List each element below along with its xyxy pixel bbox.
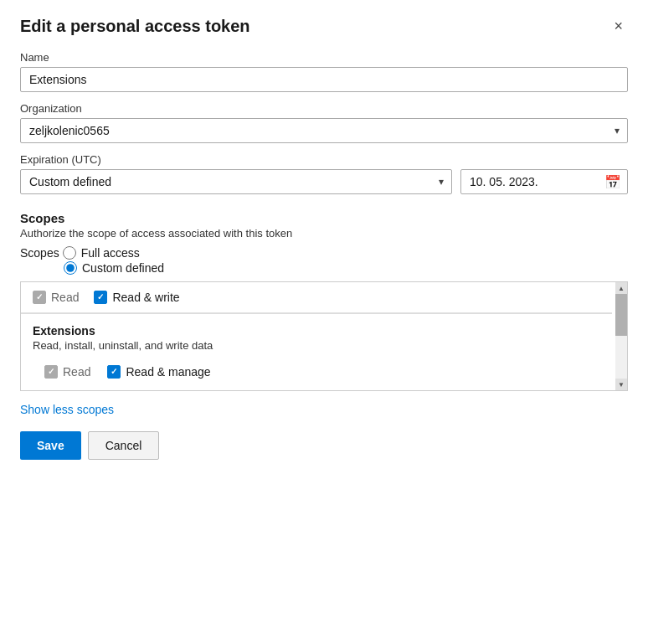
expiration-row: Custom defined 30 days 60 days 90 days 1… [20, 169, 628, 194]
extensions-read-label: Read [63, 365, 90, 379]
full-access-label: Full access [81, 246, 140, 260]
custom-defined-radio-row: Custom defined [64, 261, 628, 275]
name-label: Name [20, 51, 628, 64]
extensions-manage-label: Read & manage [126, 365, 210, 379]
scroll-thumb[interactable] [615, 294, 627, 336]
scope-check-group-1: ✓ Read ✓ Read & write [33, 291, 600, 304]
scroll-arrow-down[interactable]: ▼ [615, 379, 627, 390]
organization-select-wrapper: zeljkolenic0565 ▾ [20, 118, 628, 143]
date-input-wrapper: 📅 [460, 169, 628, 194]
name-input[interactable] [20, 67, 628, 92]
scopes-desc: Authorize the scope of access associated… [20, 227, 628, 240]
extensions-manage-item: ✓ Read & manage [107, 365, 210, 379]
scope-table: ✓ Read ✓ Read & write Extensions [20, 281, 628, 391]
readwrite-checkbox-1[interactable]: ✓ [94, 291, 107, 304]
extensions-title: Extensions [33, 324, 600, 337]
full-access-radio[interactable] [63, 246, 76, 260]
close-button[interactable]: × [609, 17, 628, 35]
read-label-1: Read [51, 291, 79, 304]
extensions-read-item: ✓ Read [44, 365, 90, 379]
full-access-radio-row: Full access [63, 246, 140, 260]
scopes-radio-group: Scopes Full access [20, 246, 628, 260]
extensions-desc: Read, install, uninstall, and write data [33, 339, 600, 352]
custom-defined-radio[interactable] [64, 261, 77, 275]
organization-select[interactable]: zeljkolenic0565 [20, 118, 628, 143]
expiration-select[interactable]: Custom defined 30 days 60 days 90 days 1… [20, 169, 452, 194]
date-input[interactable] [460, 169, 628, 194]
extensions-controls: ✓ Read ✓ Read & manage [33, 358, 600, 387]
organization-field-group: Organization zeljkolenic0565 ▾ [20, 102, 628, 143]
expiration-field-group: Expiration (UTC) Custom defined 30 days … [20, 153, 628, 194]
readwrite-label-1: Read & write [112, 291, 179, 304]
scopes-radio-label: Scopes [20, 246, 59, 260]
dialog-title: Edit a personal access token [20, 17, 250, 36]
expiration-select-wrapper: Custom defined 30 days 60 days 90 days 1… [20, 169, 452, 194]
custom-defined-label: Custom defined [82, 261, 164, 275]
scope-readwrite-item-1: ✓ Read & write [94, 291, 179, 304]
expiration-label: Expiration (UTC) [20, 153, 628, 166]
extensions-read-checkbox[interactable]: ✓ [44, 365, 58, 379]
scopes-title: Scopes [20, 211, 628, 225]
organization-label: Organization [20, 102, 628, 115]
save-button[interactable]: Save [20, 431, 81, 460]
extensions-block: Extensions Read, install, uninstall, and… [21, 314, 612, 390]
scroll-arrow-up[interactable]: ▲ [615, 282, 627, 294]
extensions-manage-checkmark: ✓ [111, 368, 117, 376]
scope-row-1: ✓ Read ✓ Read & write [21, 282, 612, 313]
scopes-section: Scopes Authorize the scope of access ass… [20, 211, 628, 391]
extensions-manage-checkbox[interactable]: ✓ [107, 365, 121, 379]
dialog-header: Edit a personal access token × [20, 17, 628, 36]
button-row: Save Cancel [20, 431, 628, 460]
readwrite-checkmark-1: ✓ [97, 293, 104, 301]
cancel-button[interactable]: Cancel [88, 431, 160, 460]
name-field-group: Name [20, 51, 628, 92]
read-checkbox-1[interactable]: ✓ [33, 291, 46, 304]
scrollbar-track: ▲ ▼ [615, 282, 627, 390]
read-checkmark-1: ✓ [36, 293, 43, 301]
extensions-read-checkmark: ✓ [48, 368, 54, 376]
edit-token-dialog: Edit a personal access token × Name Orga… [0, 0, 648, 644]
show-less-link[interactable]: Show less scopes [20, 403, 114, 416]
scope-read-item-1: ✓ Read [33, 291, 79, 304]
